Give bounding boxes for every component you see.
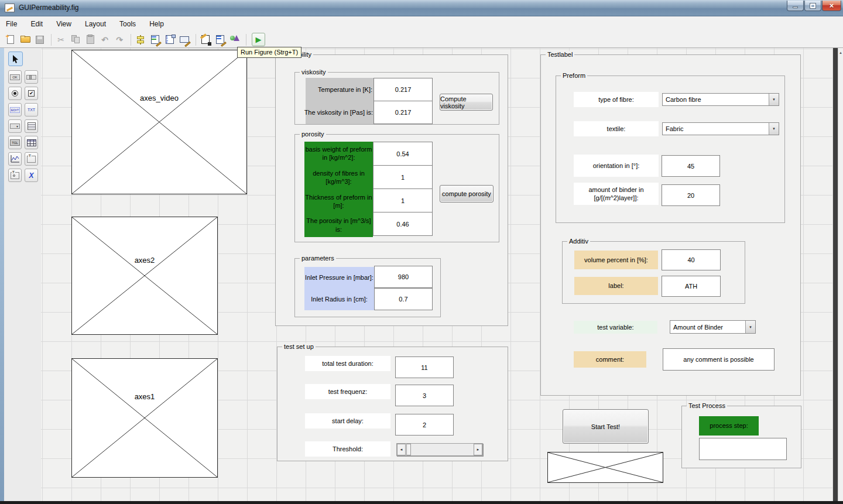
menu-editor-icon[interactable] [149,33,162,46]
compute-viskosity-button[interactable]: Compute viskosity [440,94,493,111]
compute-porosity-button[interactable]: compute porosity [440,185,494,203]
axes-video-placeholder[interactable]: axes_video [71,50,247,194]
open-folder-icon[interactable] [19,33,32,46]
activex-tool[interactable]: X [25,169,38,182]
slider-right-arrow-icon[interactable]: ► [474,444,482,455]
chevron-down-icon[interactable]: ▼ [769,123,779,135]
restore-button[interactable] [804,1,821,11]
chevron-down-icon[interactable]: ▼ [769,94,779,105]
testlabel-panel[interactable]: Testlabel Preform type of fibre: Carbon … [540,54,801,396]
inlet-radius-field[interactable] [374,288,433,310]
fibre-type-dropdown[interactable]: Carbon fibre ▼ [662,93,779,106]
push-button-tool[interactable]: OK [8,70,22,84]
menu-help[interactable]: Help [143,16,170,32]
testlabel-panel-title: Testlabel [546,51,574,58]
test-setup-panel[interactable]: test set up total test duration: test fr… [277,347,508,461]
axes2-placeholder[interactable]: axes2 [71,217,218,335]
axes-tool[interactable] [8,152,22,166]
new-figure-icon[interactable] [4,33,17,46]
tab-order-editor-icon[interactable]: 12 [163,33,176,46]
copy-icon-disabled[interactable] [69,33,82,46]
edit-text-tool[interactable]: EDIT [8,103,22,116]
layout-canvas[interactable]: axes_video axes2 axes1 bility viskosity … [41,48,833,501]
button-group-tool[interactable]: T [8,169,22,182]
property-inspector-icon[interactable] [214,33,227,46]
editor-icon[interactable] [199,33,212,46]
close-button[interactable]: × [822,1,841,11]
paste-icon-disabled[interactable] [84,33,97,46]
menu-bar: File Edit View Layout Tools Help [0,16,843,32]
preform-panel[interactable]: Preform type of fibre: Carbon fibre ▼ te… [556,76,785,223]
additiv-label-field[interactable] [662,276,721,297]
popup-menu-tool[interactable]: ▼ [8,119,22,133]
volume-percent-field[interactable] [662,249,721,270]
slider-tool[interactable] [25,70,38,84]
cut-icon-disabled[interactable]: ✂ [54,33,67,46]
parameters-label-block: Inlet Pressure in [mbar]: Inlet Radius i… [304,267,374,310]
preform-panel-title: Preform [561,72,587,79]
slider-thumb[interactable] [406,444,411,455]
binder-amount-field[interactable] [662,184,720,206]
scroll-up-icon[interactable]: ▲ [838,51,843,54]
test-frequenz-field[interactable] [395,385,454,406]
slider-track[interactable] [411,444,474,455]
save-icon-disabled[interactable] [33,33,46,46]
menu-file[interactable]: File [0,16,23,32]
porosity-panel[interactable]: porosity basis weight of preform in [kg/… [294,134,499,242]
toggle-button-tool[interactable]: TGL [8,136,22,149]
inlet-radius-label: Inlet Radius in [cm]: [304,289,374,310]
undo-icon-disabled[interactable]: ↶ [98,33,111,46]
window-titlebar: GUIPermeability.fig × [0,0,843,16]
chevron-down-icon[interactable]: ▼ [745,321,755,333]
vertical-scrollbar[interactable]: ▲ [838,48,843,501]
permeability-panel[interactable]: bility viskosity Temperature in [K]: The… [275,54,508,326]
panel-tool[interactable]: T [25,152,38,166]
object-browser-icon[interactable] [228,33,241,46]
viskosity-panel[interactable]: viskosity Temperature in [K]: The viskos… [294,72,499,125]
redo-icon-disabled[interactable]: ↷ [113,33,126,46]
test-frequenz-label: test frequenz: [305,384,390,399]
slider-left-arrow-icon[interactable]: ◄ [397,444,406,455]
align-objects-icon[interactable] [134,33,147,46]
table-tool[interactable] [25,136,38,149]
inlet-pressure-field[interactable] [374,266,433,288]
listbox-tool[interactable] [25,119,38,133]
fibre-density-label: density of fibres in [kg/m^3]: [304,166,373,190]
fibre-density-field[interactable] [373,165,433,189]
menu-tools[interactable]: Tools [114,16,142,32]
basis-weight-field[interactable] [373,142,433,166]
toolbar-editor-icon[interactable] [178,33,191,46]
test-variable-dropdown[interactable]: Amount of Binder ▼ [670,320,756,334]
viskosity-result-field[interactable] [373,101,433,124]
textile-value: Fabric [666,125,684,132]
run-figure-button[interactable]: ▶ [252,33,265,46]
axes-flat-placeholder[interactable] [547,452,663,483]
select-tool[interactable] [8,52,23,66]
radio-button-tool[interactable] [8,87,22,100]
orientation-field[interactable] [662,155,720,177]
comment-field[interactable] [663,348,775,371]
parameters-panel[interactable]: parameters Inlet Pressure in [mbar]: Inl… [294,258,441,317]
preform-thickness-field[interactable] [373,188,433,212]
test-process-panel[interactable]: Test Process process step: [681,406,801,468]
menu-edit[interactable]: Edit [25,16,49,32]
textile-dropdown[interactable]: Fabric ▼ [662,122,779,135]
static-text-tool[interactable]: TXT [25,103,38,116]
viskosity-label-block: Temperature in [K]: The viskosity in [Pa… [306,78,373,124]
start-delay-field[interactable] [395,414,454,436]
axes1-placeholder[interactable]: axes1 [71,358,218,478]
menu-view[interactable]: View [50,16,77,32]
temperature-field[interactable] [373,78,433,101]
porosity-result-field[interactable] [373,212,433,236]
check-box-tool[interactable]: ✔ [25,87,38,100]
window-bottom-border [0,501,843,504]
menu-layout[interactable]: Layout [79,16,112,32]
minimize-button[interactable] [787,1,804,11]
start-test-button[interactable]: Start Test! [563,409,649,444]
comment-label: comment: [574,351,646,368]
threshold-slider[interactable]: ◄ ► [396,443,483,456]
additiv-panel[interactable]: Additiv volume percent in [%]: label: [562,241,745,304]
porosity-label-block: basis weight of preform in [kg/m^2]: den… [304,142,373,237]
test-duration-field[interactable] [395,356,454,378]
process-step-field[interactable] [699,438,787,460]
